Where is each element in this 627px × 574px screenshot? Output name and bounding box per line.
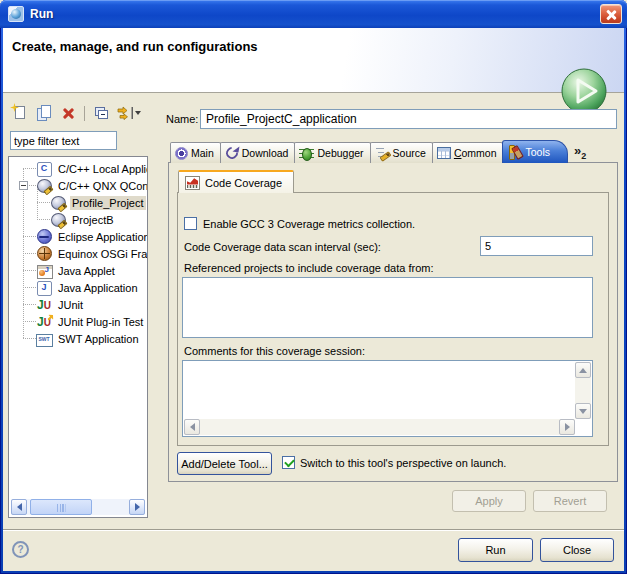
run-dialog: { "window": { "title": "Run" }, "header"… [0,0,627,574]
main-tab-icon [175,147,188,160]
scroll-left-button[interactable] [11,499,27,515]
tab-tools[interactable]: Tools [502,140,568,163]
dropdown-caret-icon [135,111,141,115]
comments-vertical-scrollbar[interactable] [575,362,591,419]
java-applet-icon: J [36,263,52,279]
scroll-up-button[interactable] [575,362,591,378]
apply-button[interactable]: Apply [452,490,526,512]
footer-separator [3,529,624,531]
tree-item-label: Profile_Project [70,196,146,210]
common-tab-icon [437,147,451,159]
up-arrow-icon [579,368,587,373]
left-arrow-icon [190,423,195,431]
swt-icon: SWT [36,331,52,347]
copy-page-front-icon [41,105,51,118]
close-window-button[interactable] [600,4,622,24]
debugger-tab-icon [299,147,314,160]
tree-item-swt-application[interactable]: SWTSWT Application [10,330,146,347]
tree-item-profile-project[interactable]: Profile_Project [10,194,146,211]
tree-item-label: Java Applet [56,264,117,278]
tab-label: Download [242,147,289,159]
collapse-all-button[interactable] [91,104,111,122]
junit-icon: JU [36,297,52,313]
tree-item-projectb[interactable]: ProjectB [10,211,146,228]
window-title: Run [30,7,53,21]
switch-perspective-checkbox[interactable] [282,456,295,469]
scan-interval-input[interactable] [480,236,593,256]
cpp-local-icon: C [36,161,52,177]
scroll-right-button[interactable] [129,499,145,515]
close-icon [601,5,621,23]
tab-label: Tools [525,146,550,158]
delete-configuration-button[interactable] [58,104,78,122]
scan-interval-label: Code Coverage data scan interval (sec): [184,241,381,253]
name-label: Name: [166,113,198,125]
tree-item-label: C/C++ QNX QConn [56,179,148,193]
add-delete-tool-button[interactable]: Add/Delete Tool... [177,452,272,475]
tab-label: Debugger [317,147,363,159]
banner: Create, manage, and run configurations [3,28,624,93]
filter-input[interactable] [10,131,117,150]
down-arrow-icon [579,409,587,414]
subtab-code-coverage[interactable]: Code Coverage [178,170,294,193]
enable-coverage-label: Enable GCC 3 Coverage metrics collection… [203,218,415,230]
comments-horizontal-scrollbar[interactable] [184,419,575,435]
tree-item-java-applet[interactable]: JJava Applet [10,262,146,279]
expander-minus-icon[interactable] [19,181,28,190]
scroll-left-button[interactable] [184,419,200,435]
tab-label: Common [454,147,497,159]
configurations-tree[interactable]: CC/C++ Local ApplicC/C++ QNX QConnProfil… [8,156,148,518]
tools-tab-icon [507,145,522,159]
junit-plugin-icon: JU [36,314,52,330]
config-tab-bar: MainDownloadDebuggerSourceCommonTools»2 [170,140,586,163]
new-configuration-button[interactable] [10,104,30,122]
comments-label: Comments for this coverage session: [184,345,365,357]
tab-main[interactable]: Main [170,142,221,163]
tree-item-java-application[interactable]: JJava Application [10,279,146,296]
scroll-thumb[interactable] [30,499,92,515]
tab-source[interactable]: Source [370,142,433,163]
tree-item-label: Equinox OSGi Fram [56,247,148,261]
duplicate-configuration-button[interactable] [34,104,54,122]
scroll-down-button[interactable] [575,403,591,419]
scroll-right-button[interactable] [559,419,575,435]
source-tab-icon [375,146,390,160]
subtab-label: Code Coverage [205,177,282,189]
download-tab-icon [225,146,239,160]
tab-download[interactable]: Download [220,142,296,163]
tab-overflow-chevron[interactable]: »2 [574,143,586,161]
tree-item-c-c-local-applic[interactable]: CC/C++ Local Applic [10,160,146,177]
tree-item-label: Java Application [56,281,140,295]
eclipse-icon [36,229,52,245]
right-arrow-icon [135,503,140,511]
comments-textarea[interactable] [182,360,593,437]
banner-title: Create, manage, and run configurations [12,39,258,54]
right-arrow-icon [565,423,570,431]
titlebar: Run [0,0,627,28]
collapse-all-icon [98,110,108,119]
referenced-projects-label: Referenced projects to include coverage … [184,262,433,274]
referenced-projects-list[interactable] [182,277,593,338]
tree-item-c-c-qnx-qconn[interactable]: C/C++ QNX QConn [10,177,146,194]
tab-label: Main [191,147,214,159]
configuration-name-input[interactable] [200,109,617,129]
tab-common[interactable]: Common [432,142,504,163]
run-button[interactable]: Run [458,538,533,562]
qnx-icon [50,212,66,228]
delete-icon [62,107,75,120]
tab-debugger[interactable]: Debugger [294,142,370,163]
tree-item-equinox-osgi-fram[interactable]: Equinox OSGi Fram [10,245,146,262]
application-icon [8,6,24,22]
tree-horizontal-scrollbar[interactable] [11,499,145,515]
filter-configurations-button[interactable] [115,104,143,122]
tree-item-junit-plug-in-test[interactable]: JUJUnit Plug-in Test [10,313,146,330]
enable-coverage-checkbox[interactable] [184,217,197,230]
close-button[interactable]: Close [540,538,614,562]
tree-item-junit[interactable]: JUJUnit [10,296,146,313]
tree-item-eclipse-application[interactable]: Eclipse Application [10,228,146,245]
tree-item-label: JUnit [56,298,85,312]
revert-button[interactable]: Revert [533,490,607,512]
help-button[interactable]: ? [12,541,29,558]
tree-item-label: Eclipse Application [56,230,148,244]
tree-item-label: C/C++ Local Applic [56,162,148,176]
